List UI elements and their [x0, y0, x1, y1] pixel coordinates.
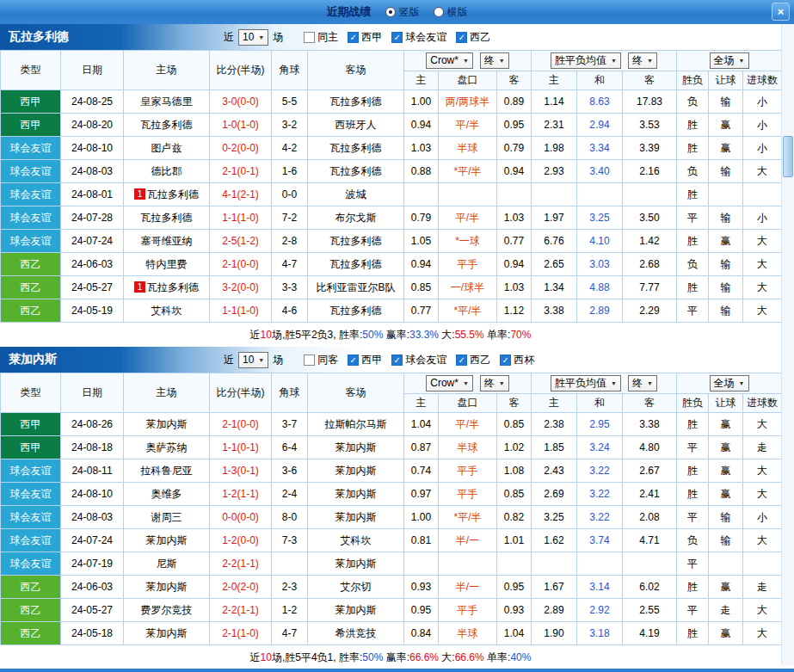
result-cell: 平: [677, 436, 709, 459]
home-team-cell: 艾科坎: [124, 299, 210, 323]
select-value: 胜平负均值: [555, 377, 606, 390]
close-button[interactable]: ×: [772, 3, 790, 21]
away-team-cell[interactable]: 瓦拉多利德: [308, 90, 404, 114]
away-team-cell[interactable]: 莱加内斯: [308, 436, 404, 459]
score-cell: 4-1(2-1): [210, 183, 272, 207]
away-team-cell[interactable]: 瓦拉多利德: [308, 299, 404, 323]
avg-time-select[interactable]: 终▼: [628, 375, 657, 391]
sections: 瓦拉多利德 近 10▼ 场 同主✓西甲✓球会友谊✓西乙 类型日期主场比分(半场)…: [0, 24, 781, 669]
goals-result-cell: 走: [743, 576, 782, 599]
away-team-cell[interactable]: 莱加内斯: [308, 506, 404, 529]
goals-result-cell: 大: [743, 276, 782, 299]
summary-segment: 50%: [362, 651, 383, 663]
filter-checkbox-西杯[interactable]: ✓西杯: [500, 353, 534, 367]
section-header: 瓦拉多利德 近 10▼ 场 同主✓西甲✓球会友谊✓西乙: [0, 24, 781, 50]
away-team-cell[interactable]: 瓦拉多利德: [308, 137, 404, 160]
match-row: 球会友谊 24-08-01 1瓦拉多利德 4-1(2-1) 0-0 波城 胜: [1, 183, 782, 207]
corner-cell: 4-7: [272, 253, 308, 276]
scope-select[interactable]: 全场▼: [710, 52, 749, 69]
match-row: 西乙 24-05-19 艾科坎 1-1(1-0) 4-6 瓦拉多利德 0.77 …: [1, 299, 782, 323]
match-row: 球会友谊 24-08-10 奥维多 1-2(1-1) 2-4 莱加内斯 0.97…: [1, 483, 782, 506]
avg-selects-cell: 胜平负均值▼终▼: [532, 51, 677, 71]
home-team-cell[interactable]: 1瓦拉多利德: [124, 276, 210, 299]
vertical-scrollbar[interactable]: [781, 24, 794, 665]
home-team-cell[interactable]: 瓦拉多利德: [124, 207, 210, 230]
avg-draw-cell: 3.74: [577, 529, 623, 552]
filter-checkbox-西乙[interactable]: ✓西乙: [456, 353, 490, 367]
away-team-cell[interactable]: 莱加内斯: [308, 459, 404, 483]
checkbox-icon: [304, 32, 315, 43]
avg-home-cell: 1.34: [532, 276, 577, 299]
bookmaker-select[interactable]: Crow*▼: [426, 52, 473, 69]
away-team-cell[interactable]: 莱加内斯: [308, 599, 404, 622]
home-team-cell[interactable]: 1瓦拉多利德: [124, 183, 210, 207]
summary-segment: 40%: [510, 651, 531, 663]
summary-segment: 70%: [510, 329, 531, 341]
home-team-cell[interactable]: 莱加内斯: [124, 576, 210, 599]
result-cell: 胜: [677, 622, 709, 645]
window-title: 近期战绩: [327, 4, 372, 20]
odds-home-cell: 0.93: [404, 576, 439, 599]
away-team-cell[interactable]: 瓦拉多利德: [308, 160, 404, 183]
avg-time-select[interactable]: 终▼: [628, 52, 657, 69]
filter-checkbox-西甲[interactable]: ✓西甲: [348, 30, 382, 45]
home-team-cell[interactable]: 莱加内斯: [124, 622, 210, 645]
avg-type-select[interactable]: 胜平负均值▼: [551, 52, 621, 69]
home-team-cell[interactable]: 瓦拉多利德: [124, 114, 210, 137]
avg-draw-cell: 2.89: [577, 299, 623, 323]
odds-away-cell: 1.08: [497, 459, 532, 483]
filter-controls: 近 10▼ 场 同主✓西甲✓球会友谊✓西乙: [224, 29, 490, 46]
goals-result-cell: [743, 183, 782, 207]
filter-checkbox-同主[interactable]: 同主: [304, 30, 338, 45]
games-count-select[interactable]: 10▼: [238, 352, 268, 368]
match-row: 西乙 24-06-03 莱加内斯 2-0(2-0) 2-3 艾尔切 0.93 半…: [1, 576, 782, 599]
filter-checkbox-球会友谊[interactable]: ✓球会友谊: [391, 353, 446, 367]
odds-home-cell: 0.84: [404, 622, 439, 645]
goals-result-cell: 小: [743, 90, 782, 114]
match-row: 球会友谊 24-08-03 德比郡 2-1(0-1) 1-6 瓦拉多利德 0.8…: [1, 160, 782, 183]
away-team-cell[interactable]: 莱加内斯: [308, 552, 404, 576]
column-header: 让球: [709, 394, 743, 413]
handicap-cell: 平/半: [439, 114, 497, 137]
layout-radio-vertical[interactable]: 竖版: [385, 5, 420, 20]
checkbox-label: 球会友谊: [405, 30, 446, 45]
odds-time-select[interactable]: 终▼: [480, 375, 509, 391]
avg-away-cell: 4.19: [623, 622, 677, 645]
home-team-cell: 德比郡: [124, 160, 210, 183]
home-team-cell[interactable]: 莱加内斯: [124, 413, 210, 436]
home-team-cell[interactable]: 莱加内斯: [124, 529, 210, 552]
handicap-cell: 两/两球半: [439, 90, 497, 114]
date-cell: 24-08-11: [61, 459, 124, 483]
goals-result-cell: 大: [743, 483, 782, 506]
avg-draw-cell: 3.25: [577, 207, 623, 230]
bookmaker-select[interactable]: Crow*▼: [426, 375, 473, 391]
avg-type-select[interactable]: 胜平负均值▼: [551, 375, 621, 391]
filter-checkbox-球会友谊[interactable]: ✓球会友谊: [391, 30, 446, 45]
goals-result-cell: 大: [743, 622, 782, 645]
odds-home-cell: 1.03: [404, 137, 439, 160]
odds-time-select[interactable]: 终▼: [480, 52, 509, 69]
filter-checkbox-同客[interactable]: 同客: [304, 353, 338, 367]
avg-draw-cell: 8.63: [577, 90, 623, 114]
checkbox-label: 同主: [317, 30, 338, 45]
radio-unselected-icon: [434, 7, 444, 17]
selects-header-row: 类型日期主场比分(半场)角球客场 Crow*▼终▼ 胜平负均值▼终▼ 全场▼: [1, 51, 782, 71]
filter-checkbox-西甲[interactable]: ✓西甲: [348, 353, 382, 367]
summary-segment: 场,胜5平2负3, 胜率:: [272, 329, 362, 341]
odds-away-cell: 1.01: [497, 529, 532, 552]
layout-radio-horizontal[interactable]: 横版: [434, 5, 468, 20]
column-header: 盘口: [439, 71, 497, 90]
avg-away-cell: 4.71: [623, 529, 677, 552]
date-cell: 24-05-19: [61, 299, 124, 323]
scrollbar-thumb[interactable]: [783, 136, 793, 177]
checkbox-label: 西乙: [470, 353, 490, 367]
away-team-cell[interactable]: 瓦拉多利德: [308, 253, 404, 276]
avg-home-cell: 2.38: [532, 413, 577, 436]
games-count-select[interactable]: 10▼: [238, 29, 268, 46]
avg-away-cell: [623, 552, 677, 576]
scope-select[interactable]: 全场▼: [710, 375, 749, 391]
away-team-cell[interactable]: 莱加内斯: [308, 483, 404, 506]
corner-cell: 3-2: [272, 114, 308, 137]
filter-checkbox-西乙[interactable]: ✓西乙: [456, 30, 490, 45]
away-team-cell[interactable]: 瓦拉多利德: [308, 230, 404, 253]
